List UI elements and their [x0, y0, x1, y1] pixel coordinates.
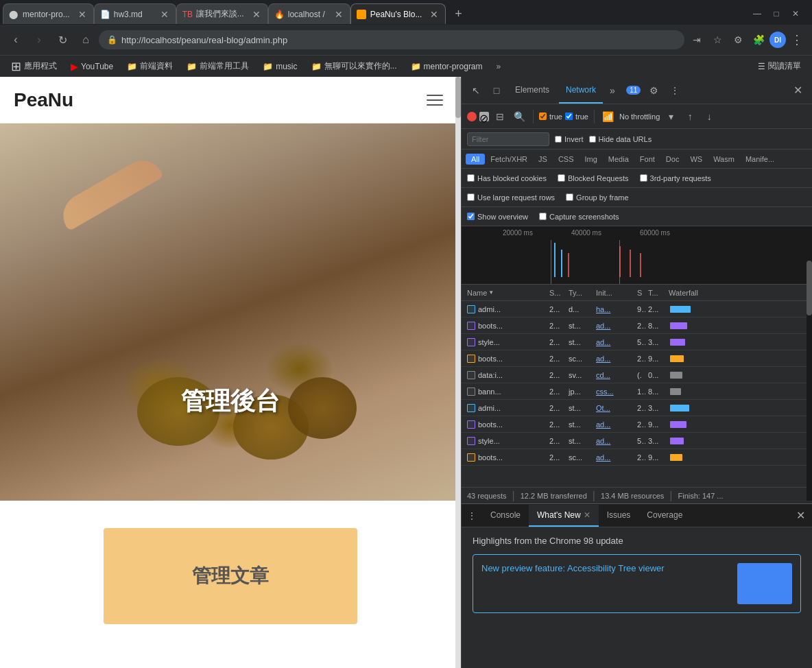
row-initiator[interactable]: cd... — [593, 371, 634, 379]
capture-screenshots-input[interactable] — [539, 213, 547, 220]
type-manifest[interactable]: Manife... — [740, 154, 780, 165]
show-overview[interactable]: Show overview — [467, 213, 528, 221]
type-css[interactable]: CSS — [553, 154, 580, 165]
header-time[interactable]: T... — [645, 289, 666, 297]
bookmark-mentor[interactable]: 📁 mentor-program — [405, 60, 488, 73]
bookmark-music[interactable]: 📁 music — [257, 60, 302, 73]
close-button[interactable]: ✕ — [787, 5, 804, 22]
bookmark-button[interactable]: ☆ — [708, 30, 727, 49]
hide-data-urls-input[interactable] — [589, 136, 596, 143]
devtools-close-button[interactable]: ✕ — [789, 82, 807, 99]
bookmark-apps[interactable]: ⊞ 應用程式 — [5, 58, 62, 75]
network-row[interactable]: bann... 2... jp... css... 1. 8... — [462, 383, 812, 400]
elements-tab[interactable]: Elements — [508, 77, 556, 104]
new-tab-button[interactable]: + — [449, 4, 468, 23]
console-tab[interactable]: Console — [482, 505, 529, 527]
row-initiator[interactable]: ad... — [593, 338, 634, 346]
bookmark-boring[interactable]: 📁 無聊可以來實作的... — [306, 59, 403, 73]
network-row[interactable]: style... 2... st... ad... 5. 3... — [462, 433, 812, 449]
webpage-scrollbar-thumb[interactable] — [455, 77, 461, 118]
throttling-icon[interactable]: 📶 — [600, 108, 617, 125]
bookmark-frontend-tools[interactable]: 📁 前端常用工具 — [181, 59, 254, 73]
group-by-frame-input[interactable] — [566, 193, 573, 201]
preserve-log-checkbox[interactable]: true — [539, 112, 562, 121]
type-fetch-xhr[interactable]: Fetch/XHR — [485, 154, 533, 165]
network-row[interactable]: boots... 2... st... ad... 2. 8... — [462, 318, 812, 334]
minimize-button[interactable]: — — [749, 5, 765, 22]
type-ws[interactable]: WS — [684, 154, 708, 165]
issues-tab[interactable]: Issues — [599, 505, 639, 527]
bookmarks-more-button[interactable]: » — [494, 60, 504, 73]
has-blocked-cookies[interactable]: Has blocked cookies — [467, 174, 547, 182]
header-name[interactable]: Name ▼ — [464, 289, 547, 297]
back-button[interactable]: ‹ — [5, 29, 26, 50]
network-row[interactable]: data:i... 2... sv... cd... (. 0... — [462, 367, 812, 383]
show-overview-input[interactable] — [467, 213, 475, 220]
network-row[interactable]: style... 2... st... ad... 5. 3... — [462, 334, 812, 350]
row-initiator[interactable]: ad... — [593, 453, 634, 462]
webpage-scrollbar[interactable] — [455, 77, 461, 668]
header-waterfall[interactable]: Waterfall — [666, 289, 809, 297]
third-party-requests-input[interactable] — [640, 174, 647, 182]
type-doc[interactable]: Doc — [660, 154, 685, 165]
header-status[interactable]: S... — [547, 289, 566, 297]
menu-button[interactable]: ⋮ — [787, 30, 807, 49]
clear-button[interactable]: ⊘ — [479, 112, 489, 121]
network-row[interactable]: boots... 2... sc... ad... 2. 9... — [462, 350, 812, 367]
row-initiator[interactable]: ad... — [593, 437, 634, 445]
coverage-tab[interactable]: Coverage — [638, 505, 691, 527]
disable-cache-input[interactable] — [565, 112, 573, 120]
bookmark-frontend-data[interactable]: 📁 前端資料 — [121, 59, 178, 73]
tab-1-close[interactable]: ✕ — [77, 9, 88, 20]
extensions-button[interactable]: 🧩 — [749, 30, 768, 49]
tab-1[interactable]: ⬤ mentor-pro... ✕ — [3, 3, 94, 24]
bottom-panel-menu[interactable]: ⋮ — [464, 508, 479, 524]
home-button[interactable]: ⌂ — [75, 29, 96, 50]
tab-2-close[interactable]: ✕ — [159, 9, 170, 20]
invert-input[interactable] — [555, 136, 562, 143]
filter-input[interactable] — [467, 132, 549, 146]
type-wasm[interactable]: Wasm — [708, 154, 740, 165]
use-large-request-rows[interactable]: Use large request rows — [467, 193, 555, 202]
capture-screenshots[interactable]: Capture screenshots — [539, 213, 619, 221]
more-tools-button[interactable]: » — [606, 82, 619, 99]
maximize-button[interactable]: □ — [768, 5, 785, 22]
header-type[interactable]: Ty... — [566, 289, 593, 297]
tab-4[interactable]: 🔥 localhost / ✕ — [268, 3, 350, 24]
invert-checkbox[interactable]: Invert — [555, 135, 584, 143]
profile-avatar[interactable]: DI — [769, 32, 786, 48]
mobile-menu-button[interactable] — [422, 88, 447, 112]
address-input[interactable]: 🔒 http://localhost/peanu/real-blog/admin… — [99, 30, 684, 49]
header-s[interactable]: S — [634, 289, 645, 297]
admin-card[interactable]: 管理文章 — [104, 528, 357, 624]
type-all[interactable]: All — [466, 154, 485, 165]
whats-new-tab-close[interactable]: ✕ — [584, 510, 590, 520]
tab-5[interactable]: PeaNu's Blo... ✕ — [350, 3, 446, 24]
devtools-scrollbar-thumb[interactable] — [807, 261, 812, 315]
network-row[interactable]: boots... 2... sc... ad... 2. 9... — [462, 449, 812, 466]
reading-list-button[interactable]: ☰ 閱讀清單 — [752, 59, 807, 73]
network-tab[interactable]: Network — [559, 77, 603, 104]
has-blocked-cookies-input[interactable] — [467, 174, 475, 182]
group-by-frame[interactable]: Group by frame — [566, 193, 628, 202]
row-initiator[interactable]: ad... — [593, 322, 634, 330]
type-img[interactable]: Img — [580, 154, 603, 165]
devtools-scrollbar[interactable] — [807, 261, 812, 501]
type-media[interactable]: Media — [603, 154, 634, 165]
blocked-requests[interactable]: Blocked Requests — [558, 174, 629, 182]
whats-new-tab[interactable]: What's New ✕ — [529, 505, 599, 527]
cast-button[interactable]: ⇥ — [687, 30, 706, 49]
type-font[interactable]: Font — [634, 154, 660, 165]
row-initiator[interactable]: ad... — [593, 420, 634, 429]
feature-title[interactable]: New preview feature: Accessibility Tree … — [481, 563, 729, 573]
tab-3-close[interactable]: ✕ — [251, 9, 262, 20]
row-initiator[interactable]: ad... — [593, 355, 634, 363]
network-row[interactable]: admi... 2... d... ha... 9. 2... — [462, 301, 812, 318]
tab-5-close[interactable]: ✕ — [429, 9, 440, 20]
row-initiator[interactable]: ha... — [593, 305, 634, 313]
tab-4-close[interactable]: ✕ — [333, 9, 344, 20]
disable-cache-checkbox[interactable]: true — [565, 112, 588, 121]
row-initiator[interactable]: css... — [593, 387, 634, 396]
tab-3[interactable]: TB 讓我們來談... ✕ — [176, 3, 268, 24]
filter-icon[interactable]: ⊟ — [492, 108, 508, 125]
